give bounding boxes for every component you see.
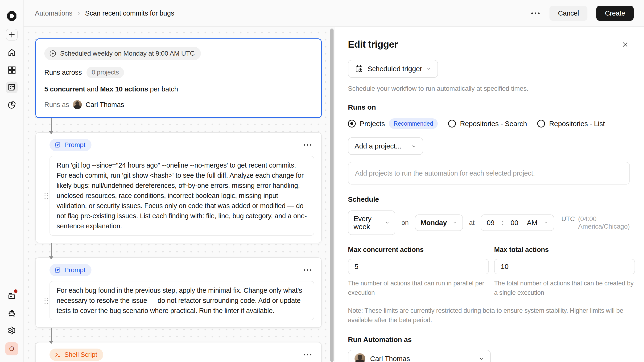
step-menu-button[interactable] [303, 267, 312, 273]
panel-description: Schedule your workflow to run automatica… [348, 85, 630, 92]
timezone-note: (04:00 America/Chicago) [578, 215, 630, 230]
sidebar-item-ship[interactable] [6, 307, 18, 319]
calendar-clock-icon [354, 64, 364, 73]
on-label: on [402, 219, 409, 226]
breadcrumb-automations-link[interactable]: Automations [35, 10, 72, 17]
runs-on-label: Runs on [348, 103, 630, 111]
breadcrumb: Automations Scan recent commits for bugs [35, 10, 174, 17]
close-icon[interactable] [620, 40, 630, 49]
max-concurrent-help: The number of actions that can run in pa… [348, 278, 489, 298]
workflow-canvas[interactable]: Scheduled weekly on Monday at 9:00 AM UT… [24, 27, 335, 362]
app-logo-icon [7, 11, 16, 21]
runs-as-user: Carl Thomas [86, 101, 124, 109]
step-menu-button[interactable] [303, 142, 312, 148]
radio-icon[interactable] [537, 120, 545, 128]
max-concurrent-field: Max concurrent actions The number of act… [348, 246, 489, 298]
avatar-initial: O [9, 345, 14, 352]
radio-selected-icon[interactable] [348, 120, 356, 128]
flow-connector-arrow [51, 243, 52, 257]
edit-trigger-panel: Edit trigger Scheduled trigger Schedule … [335, 27, 644, 362]
max-total-field: Max total actions The total number of ac… [494, 246, 635, 298]
projects-count-pill: 0 projects [86, 67, 124, 78]
prompt-text-editor[interactable]: Run 'git log --since="24 hours ago" --on… [50, 156, 314, 236]
runs-as-label: Runs as [44, 101, 69, 109]
trigger-type-label: Scheduled trigger [368, 65, 422, 73]
panel-title: Edit trigger [348, 39, 398, 50]
sidebar-item-analytics[interactable] [6, 99, 18, 111]
settings-gear-icon [7, 326, 16, 335]
max-total-input[interactable] [494, 259, 635, 274]
pie-chart-icon [7, 100, 16, 110]
chevron-down-icon [544, 220, 548, 225]
workflow-flow: Scheduled weekly on Monday at 9:00 AM UT… [35, 38, 322, 362]
trigger-card[interactable]: Scheduled weekly on Monday at 9:00 AM UT… [35, 38, 322, 118]
flow-connector-arrow [51, 328, 52, 342]
drag-handle[interactable] [43, 298, 50, 304]
batch-limits-text: 5 concurrent and Max 10 actions per batc… [44, 85, 314, 93]
trigger-type-select[interactable]: Scheduled trigger [348, 60, 438, 78]
chevron-down-icon [478, 356, 484, 362]
at-label: at [469, 219, 474, 226]
sidebar-item-automations[interactable] [6, 82, 18, 93]
chevron-down-icon [385, 220, 390, 225]
terminal-icon [54, 351, 61, 358]
timezone-label: UTC [561, 215, 575, 230]
drag-handle[interactable] [43, 193, 50, 199]
chevron-down-icon [411, 144, 416, 149]
frequency-select[interactable]: Every week [348, 210, 395, 235]
new-automation-button[interactable] [6, 29, 18, 40]
prompt-message-icon [54, 266, 61, 274]
sidebar-item-settings[interactable] [6, 325, 18, 336]
cancel-button[interactable]: Cancel [550, 6, 588, 21]
add-project-select[interactable]: Add a project... [348, 138, 423, 155]
runs-on-radio-group: Projects Recommended Repositories - Sear… [348, 118, 630, 129]
recommended-badge: Recommended [389, 118, 438, 129]
runs-across-label: Runs across [44, 68, 82, 76]
canvas-scrollbar[interactable] [330, 28, 334, 362]
prompt-badge: Prompt [50, 139, 92, 151]
dashboard-grid-icon [7, 65, 16, 75]
run-as-user-select[interactable]: Carl Thomas [348, 350, 491, 362]
user-avatar[interactable]: O [5, 342, 18, 356]
run-as-user-name: Carl Thomas [370, 355, 410, 362]
hour-value: 09 [487, 219, 494, 227]
chevron-right-icon [76, 10, 81, 16]
radio-repositories-list[interactable]: Repositories - List [537, 120, 605, 128]
flow-connector-arrow [51, 118, 52, 132]
prompt-step-card-1[interactable]: Prompt Run 'git log --since="24 hours ag… [35, 132, 322, 243]
top-header: Automations Scan recent commits for bugs… [24, 0, 644, 27]
sidebar-item-dashboard[interactable] [6, 64, 18, 76]
run-automation-as-label: Run Automation as [348, 336, 630, 344]
prompt-message-icon [54, 142, 61, 148]
schedule-row: Every week on Monday at 09 : 00 AM UTC (… [348, 210, 630, 235]
radio-projects[interactable]: Projects Recommended [348, 118, 438, 129]
runs-as-avatar [73, 100, 82, 109]
play-circle-icon [49, 50, 56, 57]
prompt-step-card-2[interactable]: Prompt For each bug found in the previou… [35, 257, 322, 328]
chevron-down-icon [426, 66, 432, 72]
time-select[interactable]: 09 : 00 AM [481, 214, 554, 231]
sidebar-item-archive[interactable] [6, 290, 18, 302]
notification-dot [14, 290, 18, 293]
meridiem-value: AM [527, 219, 538, 227]
sidebar-item-home[interactable] [6, 47, 18, 58]
projects-list-input[interactable]: Add projects to run the automation for e… [348, 162, 630, 184]
chevron-down-icon [452, 220, 457, 225]
shell-script-badge: Shell Script [50, 348, 103, 361]
step-menu-button[interactable] [303, 352, 312, 358]
max-concurrent-label: Max concurrent actions [348, 246, 489, 254]
prompt-text-editor[interactable]: For each bug found in the previous step,… [50, 281, 314, 320]
max-concurrent-input[interactable] [348, 259, 489, 274]
radio-repositories-search[interactable]: Repositories - Search [448, 120, 527, 128]
max-total-help: The total number of actions that can be … [494, 278, 635, 298]
create-button[interactable]: Create [596, 6, 634, 21]
user-photo-avatar [354, 353, 365, 362]
schedule-label: Schedule [348, 196, 630, 204]
prompt-badge: Prompt [50, 264, 92, 276]
radio-icon[interactable] [448, 120, 456, 128]
shell-step-card[interactable]: Shell Script npm test || go test ./... |… [35, 342, 322, 362]
ship-icon [7, 308, 16, 318]
more-options-button[interactable] [530, 10, 540, 16]
day-select[interactable]: Monday [415, 214, 463, 231]
sidebar: O [0, 0, 24, 362]
